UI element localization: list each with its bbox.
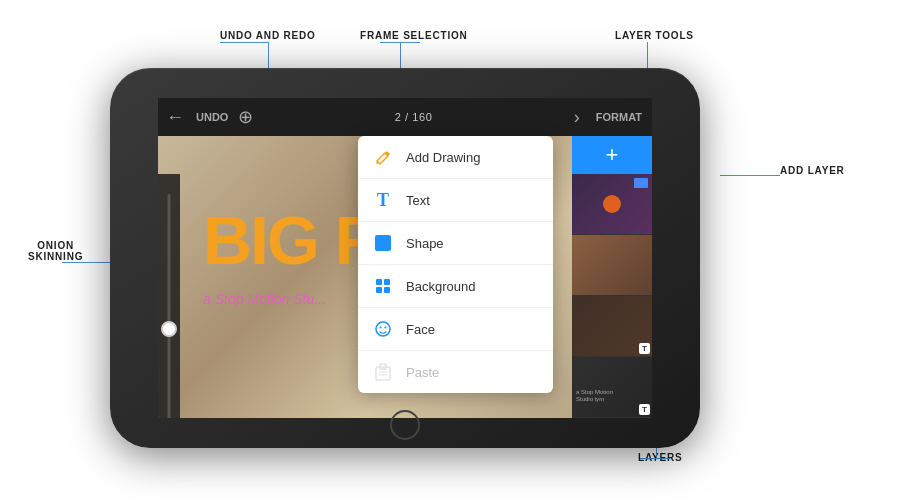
menu-item-shape[interactable]: Shape [358, 222, 553, 265]
background-icon [372, 275, 394, 297]
phone-body: ← UNDO ⊕ 2 / 160 › FORMAT [110, 68, 700, 448]
format-button[interactable]: FORMAT [586, 111, 652, 123]
onion-skinning-slider[interactable] [158, 174, 180, 418]
layer-panel: + T a Stop MotionStudio tym T [572, 136, 652, 418]
layer-blue-rect [634, 178, 648, 188]
svg-point-5 [376, 322, 390, 336]
stop-motion-text: a Stop Motion Stu... [203, 291, 326, 307]
shape-label: Shape [406, 236, 444, 251]
layers-line-h [640, 458, 670, 459]
top-bar: ← UNDO ⊕ 2 / 160 › FORMAT [158, 98, 652, 136]
layer-orange-dot [603, 195, 621, 213]
add-drawing-label: Add Drawing [406, 150, 480, 165]
slider-track [168, 194, 171, 418]
layer-t-badge-3: T [639, 343, 650, 354]
frame-line-h [380, 42, 420, 43]
phone-screen: ← UNDO ⊕ 2 / 160 › FORMAT [158, 98, 652, 418]
background-label: Background [406, 279, 475, 294]
face-icon [372, 318, 394, 340]
dropdown-menu: Add Drawing T Text Shape [358, 136, 553, 393]
menu-item-background[interactable]: Background [358, 265, 553, 308]
menu-item-text[interactable]: T Text [358, 179, 553, 222]
text-icon: T [372, 189, 394, 211]
onion-skinning-annotation: ONIONSKINNING [28, 240, 83, 262]
layer-item-1[interactable] [572, 174, 652, 235]
frame-indicator: 2 / 160 [259, 111, 567, 123]
menu-item-add-drawing[interactable]: Add Drawing [358, 136, 553, 179]
add-layer-annotation: ADD LAYER [780, 165, 845, 176]
add-layer-line [720, 175, 780, 176]
layer-item-3[interactable]: T [572, 296, 652, 357]
add-frame-button[interactable]: ⊕ [232, 106, 259, 128]
undo-button[interactable]: UNDO [192, 111, 232, 123]
shape-icon [372, 232, 394, 254]
add-layer-button[interactable]: + [572, 136, 652, 174]
paste-label: Paste [406, 365, 439, 380]
face-label: Face [406, 322, 435, 337]
undo-line-h [220, 42, 268, 43]
layer-item-4[interactable]: a Stop MotionStudio tym T [572, 357, 652, 418]
phone: ← UNDO ⊕ 2 / 160 › FORMAT [110, 68, 700, 448]
layer-item-2[interactable] [572, 235, 652, 296]
menu-item-face[interactable]: Face [358, 308, 553, 351]
layer-text-4: a Stop MotionStudio tym [576, 389, 648, 403]
svg-point-6 [380, 327, 382, 329]
undo-and-redo-annotation: UNDO AND REDO [220, 30, 316, 41]
paste-icon [372, 361, 394, 383]
slider-thumb[interactable] [161, 321, 177, 337]
home-button[interactable] [390, 410, 420, 440]
layer-tools-annotation: LAYER TOOLS [615, 30, 694, 41]
next-button[interactable]: › [568, 107, 586, 128]
svg-point-7 [385, 327, 387, 329]
back-button[interactable]: ← [158, 107, 192, 128]
pencil-icon [372, 146, 394, 168]
menu-item-paste[interactable]: Paste [358, 351, 553, 393]
layer-t-badge-4: T [639, 404, 650, 415]
text-label: Text [406, 193, 430, 208]
frame-selection-annotation: FRAME SELECTION [360, 30, 468, 41]
